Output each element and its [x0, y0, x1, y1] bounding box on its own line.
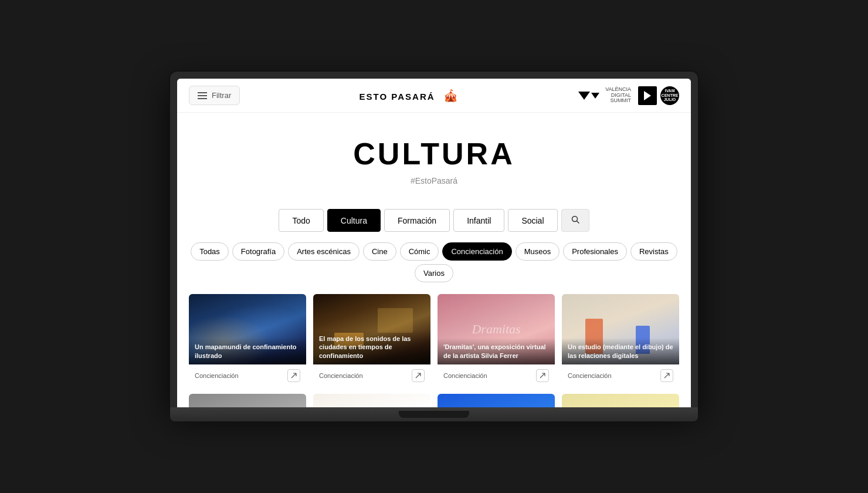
- play-icon: [644, 91, 651, 100]
- header-logos: VALÈNCIADIGITALSUMMIT IVAMCENTREJULIO: [578, 86, 679, 105]
- card-3-image: Dramitas 'Dramitas', una exposición virt…: [438, 294, 555, 364]
- pink-text: Dramitas: [472, 322, 520, 337]
- header-title: ESTO PASARÁ 🎪: [240, 89, 578, 103]
- card-8[interactable]: TOGETHER Concienciación: [562, 394, 679, 407]
- card-8-bg: TOGETHER: [562, 394, 679, 407]
- triangles-logo: [578, 92, 599, 100]
- filter-label: Filtrar: [212, 91, 231, 100]
- browser-window: Filtrar ESTO PASARÁ 🎪 VALÈNCIADIGITALSUM…: [177, 79, 691, 407]
- laptop-container: Filtrar ESTO PASARÁ 🎪 VALÈNCIADIGITALSUM…: [170, 72, 698, 421]
- card-7-image: [438, 394, 555, 407]
- card-3-footer: Concienciación: [438, 364, 555, 387]
- external-link-icon: [291, 373, 297, 379]
- tab-formacion[interactable]: Formación: [384, 209, 450, 232]
- tab-social[interactable]: Social: [508, 209, 557, 232]
- circle-logo-text: IVAMCENTREJULIO: [662, 89, 679, 102]
- tag-revistas[interactable]: Revistas: [630, 242, 677, 261]
- card-7[interactable]: Concienciación: [438, 394, 555, 407]
- header-brand-icon: 🎪: [443, 89, 459, 102]
- card-6-bg: [313, 394, 430, 407]
- card-2-link[interactable]: [412, 369, 425, 382]
- card-3-title: 'Dramitas', una exposición virtual de la…: [438, 338, 555, 364]
- card-5-image: [189, 394, 306, 407]
- card-6-image: [313, 394, 430, 407]
- card-6[interactable]: Concienciación: [313, 394, 430, 407]
- circle-logo: IVAMCENTREJULIO: [660, 86, 679, 105]
- hero-hashtag: #EstoPasará: [189, 176, 679, 185]
- sub-category-tags: Todas Fotografía Artes escénicas Cine Có…: [177, 238, 691, 294]
- tag-fotografia[interactable]: Fotografía: [232, 242, 284, 261]
- category-tabs: Todo Cultura Formación Infantil Social: [177, 197, 691, 238]
- card-3[interactable]: Dramitas 'Dramitas', una exposición virt…: [438, 294, 555, 387]
- tag-profesionales[interactable]: Profesionales: [563, 242, 627, 261]
- card-3-link[interactable]: [536, 369, 549, 382]
- laptop-base: [170, 407, 698, 421]
- card-2-title: El mapa de los sonidos de las ciudades e…: [313, 330, 430, 364]
- site-title: ESTO PASARÁ: [360, 92, 435, 102]
- vd-text-logo: VALÈNCIADIGITALSUMMIT: [605, 87, 632, 104]
- external-link-icon-3: [540, 373, 545, 379]
- triangle-down-1: [578, 92, 590, 100]
- tab-todo[interactable]: Todo: [279, 209, 323, 232]
- tab-infantil[interactable]: Infantil: [453, 209, 504, 232]
- card-4-link[interactable]: [660, 369, 673, 382]
- card-2-category: Concienciación: [319, 372, 363, 379]
- search-icon: [571, 215, 579, 224]
- hero-title: CULTURA: [189, 136, 679, 171]
- filter-icon: [198, 92, 207, 99]
- card-5-bg: [189, 394, 306, 407]
- tag-artes-escenicas[interactable]: Artes escénicas: [288, 242, 360, 261]
- card-1-category: Concienciación: [195, 372, 239, 379]
- card-4-image: Un estudio (mediante el dibujo) de las r…: [562, 294, 679, 364]
- card-1-image: Un mapamundi de confinamiento ilustrado: [189, 294, 306, 364]
- card-4[interactable]: Un estudio (mediante el dibujo) de las r…: [562, 294, 679, 387]
- tag-concienciacion[interactable]: Concienciación: [442, 242, 511, 261]
- tag-museos[interactable]: Museos: [516, 242, 560, 261]
- vd-subtitle: VALÈNCIADIGITALSUMMIT: [605, 87, 631, 104]
- card-5[interactable]: Concienciación: [189, 394, 306, 407]
- play-logo: [638, 86, 657, 105]
- laptop-notch: [399, 411, 469, 418]
- search-button[interactable]: [561, 209, 589, 232]
- tab-cultura[interactable]: Cultura: [327, 209, 381, 232]
- external-link-icon-4: [664, 373, 670, 379]
- svg-line-1: [577, 221, 579, 224]
- card-8-image: TOGETHER: [562, 394, 679, 407]
- cards-grid: Un mapamundi de confinamiento ilustrado …: [177, 294, 691, 407]
- filter-button[interactable]: Filtrar: [189, 86, 240, 105]
- window-light: [378, 308, 413, 333]
- card-1[interactable]: Un mapamundi de confinamiento ilustrado …: [189, 294, 306, 387]
- hero-section: CULTURA #EstoPasará: [177, 113, 691, 197]
- card-1-link[interactable]: [287, 369, 300, 382]
- card-4-footer: Concienciación: [562, 364, 679, 387]
- tag-varios[interactable]: Varios: [415, 264, 453, 282]
- card-4-category: Concienciación: [568, 372, 612, 379]
- triangle-down-2: [591, 93, 599, 99]
- card-3-category: Concienciación: [443, 372, 487, 379]
- card-4-title: Un estudio (mediante el dibujo) de las r…: [562, 338, 679, 364]
- card-1-title: Un mapamundi de confinamiento ilustrado: [189, 338, 306, 364]
- card-7-bg: [438, 394, 555, 407]
- tag-todas[interactable]: Todas: [191, 242, 229, 261]
- card-2-image: El mapa de los sonidos de las ciudades e…: [313, 294, 430, 364]
- screen-bezel: Filtrar ESTO PASARÁ 🎪 VALÈNCIADIGITALSUM…: [170, 72, 698, 407]
- card-2-footer: Concienciación: [313, 364, 430, 387]
- card-1-footer: Concienciación: [189, 364, 306, 387]
- card-2[interactable]: El mapa de los sonidos de las ciudades e…: [313, 294, 430, 387]
- tag-cine[interactable]: Cine: [363, 242, 396, 261]
- tag-comic[interactable]: Cómic: [400, 242, 439, 261]
- external-link-icon-2: [415, 373, 421, 379]
- app-header: Filtrar ESTO PASARÁ 🎪 VALÈNCIADIGITALSUM…: [177, 79, 691, 113]
